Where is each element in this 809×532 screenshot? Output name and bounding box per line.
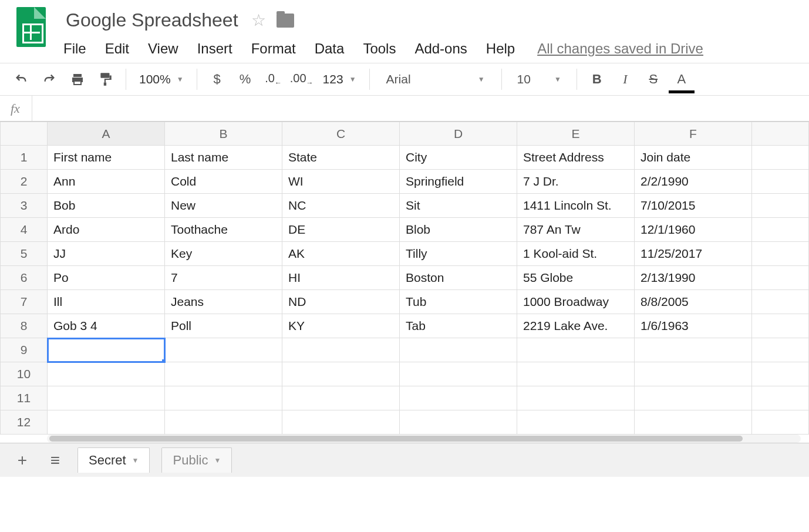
cell[interactable] <box>282 386 400 410</box>
row-header-6[interactable]: 6 <box>1 266 48 290</box>
cell[interactable]: Blob <box>400 218 517 242</box>
cell[interactable]: ND <box>282 290 400 314</box>
cell[interactable]: KY <box>282 314 400 338</box>
cell[interactable]: WI <box>282 170 400 194</box>
cell[interactable] <box>752 194 809 218</box>
save-status[interactable]: All changes saved in Drive <box>537 41 703 57</box>
strikethrough-button[interactable]: S <box>641 68 666 91</box>
cell[interactable] <box>752 314 809 338</box>
menu-insert[interactable]: Insert <box>197 41 232 57</box>
row-header-7[interactable]: 7 <box>1 290 48 314</box>
spreadsheet-grid[interactable]: A B C D E F 1First nameLast nameStateCit… <box>0 122 809 435</box>
cell[interactable] <box>752 338 809 362</box>
cell[interactable] <box>48 362 165 386</box>
cell[interactable]: AK <box>282 242 400 266</box>
cell[interactable]: Street Address <box>517 146 635 170</box>
cell[interactable]: Join date <box>635 146 752 170</box>
cell[interactable]: 1411 Lincoln St. <box>517 194 635 218</box>
increase-decimal-button[interactable]: .00→ <box>289 68 315 91</box>
row-header-1[interactable]: 1 <box>1 146 48 170</box>
cell[interactable]: DE <box>282 218 400 242</box>
cell[interactable] <box>752 218 809 242</box>
redo-button[interactable] <box>36 68 62 91</box>
more-formats-dropdown[interactable]: 123▼ <box>317 68 362 91</box>
cell[interactable] <box>517 338 635 362</box>
cell[interactable] <box>752 410 809 435</box>
cell[interactable]: Sit <box>400 194 517 218</box>
bold-button[interactable]: B <box>584 68 610 91</box>
cell[interactable]: 1000 Broadway <box>517 290 635 314</box>
row-header-12[interactable]: 12 <box>1 410 48 435</box>
col-header-B[interactable]: B <box>165 122 282 146</box>
cell[interactable]: NC <box>282 194 400 218</box>
col-header-C[interactable]: C <box>282 122 400 146</box>
cell[interactable]: Po <box>48 266 165 290</box>
cell[interactable] <box>517 410 635 435</box>
format-currency-button[interactable]: $ <box>204 68 230 91</box>
row-header-5[interactable]: 5 <box>1 242 48 266</box>
font-size-dropdown[interactable]: 10▼ <box>509 68 569 91</box>
cell[interactable] <box>282 362 400 386</box>
cell[interactable] <box>635 362 752 386</box>
sheets-logo-icon[interactable] <box>16 7 46 47</box>
cell[interactable]: Toothache <box>165 218 282 242</box>
menu-format[interactable]: Format <box>251 41 296 57</box>
col-header-F[interactable]: F <box>635 122 752 146</box>
sheet-tab-secret[interactable]: Secret▼ <box>77 447 150 473</box>
cell[interactable] <box>282 410 400 435</box>
col-header-A[interactable]: A <box>48 122 165 146</box>
cell[interactable] <box>752 290 809 314</box>
cell[interactable]: 8/8/2005 <box>635 290 752 314</box>
cell[interactable] <box>635 338 752 362</box>
cell[interactable] <box>165 410 282 435</box>
cell[interactable] <box>752 266 809 290</box>
undo-button[interactable] <box>8 68 34 91</box>
select-all-corner[interactable] <box>1 122 48 146</box>
paint-format-button[interactable] <box>93 68 119 91</box>
cell[interactable] <box>400 410 517 435</box>
cell[interactable]: 55 Globe <box>517 266 635 290</box>
col-header-D[interactable]: D <box>400 122 517 146</box>
document-title[interactable]: Google Spreadsheet <box>63 8 241 32</box>
scrollbar-thumb[interactable] <box>49 436 743 442</box>
cell[interactable]: City <box>400 146 517 170</box>
print-button[interactable] <box>65 68 90 91</box>
text-color-button[interactable]: A <box>669 68 695 91</box>
cell[interactable] <box>517 386 635 410</box>
cell[interactable]: 1/6/1963 <box>635 314 752 338</box>
cell[interactable]: Poll <box>165 314 282 338</box>
cell[interactable]: Tub <box>400 290 517 314</box>
col-header-blank[interactable] <box>752 122 809 146</box>
cell[interactable] <box>752 146 809 170</box>
formula-input[interactable] <box>32 96 798 121</box>
format-percent-button[interactable]: % <box>232 68 258 91</box>
menu-data[interactable]: Data <box>315 41 345 57</box>
zoom-dropdown[interactable]: 100%▼ <box>133 68 190 91</box>
cell[interactable] <box>165 362 282 386</box>
cell[interactable] <box>752 170 809 194</box>
cell[interactable] <box>635 386 752 410</box>
add-sheet-button[interactable]: + <box>12 451 33 470</box>
cell[interactable] <box>282 338 400 362</box>
cell[interactable] <box>400 362 517 386</box>
cell[interactable] <box>752 386 809 410</box>
cell[interactable]: Boston <box>400 266 517 290</box>
row-header-4[interactable]: 4 <box>1 218 48 242</box>
star-icon[interactable]: ☆ <box>251 11 266 30</box>
menu-edit[interactable]: Edit <box>105 41 129 57</box>
menu-tools[interactable]: Tools <box>363 41 396 57</box>
cell[interactable]: Ardo <box>48 218 165 242</box>
all-sheets-button[interactable]: ≡ <box>45 451 66 470</box>
sheet-tab-public[interactable]: Public▼ <box>161 447 232 473</box>
cell[interactable]: Tab <box>400 314 517 338</box>
cell[interactable]: Gob 3 4 <box>48 314 165 338</box>
cell[interactable] <box>165 338 282 362</box>
menu-view[interactable]: View <box>148 41 178 57</box>
cell[interactable]: HI <box>282 266 400 290</box>
cell[interactable] <box>48 338 165 362</box>
menu-file[interactable]: File <box>63 41 86 57</box>
cell[interactable]: Bob <box>48 194 165 218</box>
cell[interactable]: First name <box>48 146 165 170</box>
row-header-11[interactable]: 11 <box>1 386 48 410</box>
cell[interactable] <box>48 386 165 410</box>
